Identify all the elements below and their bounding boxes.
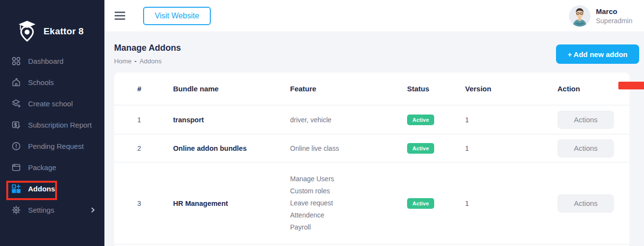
sidebar-menu: Dashboard Schools Create school xyxy=(0,50,104,220)
avatar xyxy=(569,5,590,27)
page-title: Manage Addons xyxy=(114,43,181,53)
table-row: 2 Online addon bundles Online live class… xyxy=(114,134,629,162)
breadcrumb: Home-Addons xyxy=(114,58,161,65)
table-header-row: # Bundle name Feature Status Version Act… xyxy=(114,72,629,105)
table-row: 1 transport driver, vehicle Active 1 Act… xyxy=(114,105,629,134)
status-badge: Active xyxy=(407,115,434,125)
actions-button[interactable]: Actions xyxy=(557,139,614,158)
sidebar-item-label: Schools xyxy=(28,78,54,87)
feature-item: Payroll xyxy=(290,221,407,233)
school-building-icon xyxy=(12,78,21,87)
breadcrumb-separator: - xyxy=(134,58,137,65)
version-value: 1 xyxy=(465,145,557,152)
feature-item: Manage Users xyxy=(290,173,407,185)
sidebar-item-label: Subscription Report xyxy=(28,121,92,129)
row-number: 3 xyxy=(137,200,173,207)
visit-website-button[interactable]: Visit Website xyxy=(143,7,211,25)
feature-item: Attendence xyxy=(290,209,407,221)
layers-plus-icon xyxy=(12,99,21,108)
sidebar-item-label: Create school xyxy=(28,100,73,108)
status-badge: Active xyxy=(407,143,434,154)
add-new-addon-button[interactable]: + Add new addon xyxy=(556,44,639,64)
column-header-bundle: Bundle name xyxy=(173,85,290,93)
feature-list: Manage Users Custom roles Leave request … xyxy=(290,173,407,233)
column-header-action: Action xyxy=(557,85,614,93)
feature-item: Custom roles xyxy=(290,185,407,197)
gear-icon xyxy=(12,205,21,215)
bundle-name: HR Management xyxy=(173,200,290,207)
addons-table-card: # Bundle name Feature Status Version Act… xyxy=(114,72,629,246)
sidebar-item-label: Settings xyxy=(28,206,54,214)
sidebar-item-dashboard[interactable]: Dashboard xyxy=(0,50,104,72)
sidebar-item-addons[interactable]: Addons xyxy=(0,178,104,199)
bundle-name: transport xyxy=(173,116,290,124)
breadcrumb-home[interactable]: Home xyxy=(114,58,132,65)
version-value: 1 xyxy=(465,200,557,207)
sidebar-item-subscription-report[interactable]: Subscription Report xyxy=(0,114,104,135)
sidebar-item-schools[interactable]: Schools xyxy=(0,72,104,93)
user-menu[interactable]: Marco Superadmin xyxy=(569,5,633,27)
brand-logo[interactable]: Ekattor 8 xyxy=(0,0,104,50)
feature-item: Leave request xyxy=(290,197,407,209)
feature-list: Online live class xyxy=(290,145,407,152)
actions-button[interactable]: Actions xyxy=(557,111,614,129)
breadcrumb-current: Addons xyxy=(140,58,162,65)
topbar: Visit Website Marco Superadmin xyxy=(104,0,644,31)
sidebar-item-create-school[interactable]: Create school xyxy=(0,93,104,114)
brand-name: Ekattor 8 xyxy=(44,26,84,37)
row-number: 2 xyxy=(137,145,173,152)
bundle-name: Online addon bundles xyxy=(173,145,290,152)
hamburger-menu-icon[interactable] xyxy=(115,10,125,22)
column-header-version: Version xyxy=(465,85,557,93)
user-role: Superadmin xyxy=(596,16,633,25)
main-content: Manage Addons Home-Addons + Add new addo… xyxy=(104,31,644,246)
user-name: Marco xyxy=(596,7,633,16)
column-header-status: Status xyxy=(407,85,465,93)
column-header-feature: Feature xyxy=(290,85,407,93)
sidebar-item-settings[interactable]: Settings xyxy=(0,199,104,220)
row-number: 1 xyxy=(137,116,173,124)
sidebar: Ekattor 8 Dashboard Schools Create s xyxy=(0,0,104,246)
column-header-num: # xyxy=(137,85,173,93)
addons-grid-plus-icon xyxy=(12,184,21,193)
sidebar-item-pending-request[interactable]: Pending Request xyxy=(0,135,104,157)
sidebar-item-label: Addons xyxy=(28,185,55,193)
feature-list: driver, vehicle xyxy=(290,116,407,124)
status-badge: Active xyxy=(407,198,434,209)
sidebar-item-label: Package xyxy=(28,163,56,172)
alert-circle-icon xyxy=(12,142,21,151)
sidebar-item-label: Pending Request xyxy=(28,142,84,150)
package-window-icon xyxy=(12,163,21,172)
subscription-report-icon xyxy=(12,120,21,130)
sidebar-item-label: Dashboard xyxy=(28,57,63,65)
version-value: 1 xyxy=(465,116,557,124)
graduation-pin-icon xyxy=(16,20,38,43)
dashboard-icon xyxy=(12,57,21,66)
actions-button[interactable]: Actions xyxy=(557,194,614,213)
chevron-right-icon xyxy=(90,205,96,215)
table-row: 3 HR Management Manage Users Custom role… xyxy=(114,162,629,245)
sidebar-item-package[interactable]: Package xyxy=(0,157,104,178)
